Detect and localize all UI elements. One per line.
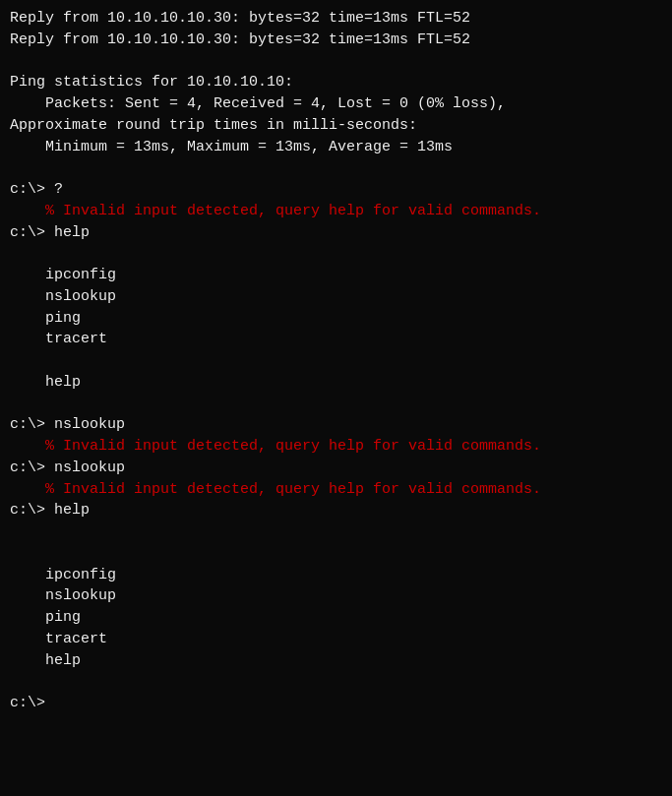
terminal-line: % Invalid input detected, query help for…: [10, 479, 662, 501]
terminal-line: tracert: [10, 329, 662, 350]
terminal-line: c:\>: [10, 693, 662, 714]
terminal-line: c:\> help: [10, 500, 662, 521]
terminal-line: tracert: [10, 629, 662, 650]
terminal-window: Reply from 10.10.10.10.30: bytes=32 time…: [10, 8, 662, 714]
terminal-line: ipconfig: [10, 565, 662, 586]
terminal-line: Reply from 10.10.10.10.30: bytes=32 time…: [10, 30, 662, 51]
blank-line: [10, 51, 662, 73]
terminal-line: c:\> help: [10, 222, 662, 244]
blank-line: [10, 350, 662, 372]
blank-line: [10, 521, 662, 543]
terminal-line: c:\> nslookup: [10, 458, 662, 479]
terminal-line: Minimum = 13ms, Maximum = 13ms, Average …: [10, 137, 662, 158]
terminal-line: Ping statistics for 10.10.10.10:: [10, 72, 662, 93]
terminal-line: ipconfig: [10, 265, 662, 286]
blank-line: [10, 394, 662, 415]
terminal-line: nslookup: [10, 286, 662, 308]
blank-line: [10, 543, 662, 565]
terminal-line: ping: [10, 607, 662, 629]
blank-line: [10, 243, 662, 265]
terminal-line: Reply from 10.10.10.10.30: bytes=32 time…: [10, 8, 662, 30]
blank-line: [10, 157, 662, 179]
blank-line: [10, 671, 662, 693]
terminal-line: c:\> nslookup: [10, 414, 662, 436]
terminal-line: help: [10, 372, 662, 394]
terminal-line: nslookup: [10, 585, 662, 607]
terminal-line: % Invalid input detected, query help for…: [10, 436, 662, 458]
terminal-line: help: [10, 650, 662, 672]
terminal-line: % Invalid input detected, query help for…: [10, 201, 662, 222]
terminal-line: Packets: Sent = 4, Received = 4, Lost = …: [10, 93, 662, 115]
terminal-line: Approximate round trip times in milli-se…: [10, 115, 662, 137]
terminal-line: c:\> ?: [10, 179, 662, 201]
terminal-line: ping: [10, 308, 662, 330]
